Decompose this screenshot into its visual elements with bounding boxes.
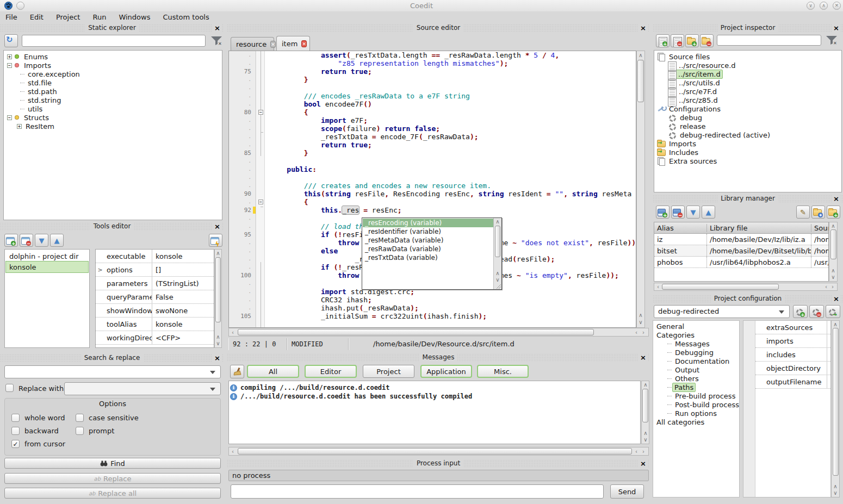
property-row[interactable]: includes(TStringList) xyxy=(755,348,830,362)
list-item[interactable]: konsole xyxy=(6,262,88,272)
code-line[interactable]: { xyxy=(265,108,636,116)
table-row[interactable]: phobos/usr/lib64/libphobos2.a/usr/lib64 xyxy=(654,257,828,268)
library-vscrollbar[interactable]: ∧∧∨ xyxy=(829,222,838,282)
close-panel-icon[interactable]: × xyxy=(639,353,648,362)
property-value[interactable]: False xyxy=(152,293,173,301)
add-folder-button[interactable]: + xyxy=(685,34,699,47)
remove-folder-button[interactable]: − xyxy=(700,34,714,47)
symbol-filter-input[interactable] xyxy=(22,35,206,47)
property-value[interactable]: <CPN> xyxy=(827,378,830,386)
backward-checkbox[interactable]: backward xyxy=(11,427,59,435)
property-value[interactable]: swoNone xyxy=(152,307,188,315)
tree-item[interactable]: All categories xyxy=(653,418,739,426)
tree-item[interactable]: General xyxy=(653,322,739,331)
tree-item[interactable]: Post-build process xyxy=(653,400,739,409)
minimize-button[interactable]: ∨ xyxy=(807,2,815,10)
completion-popup[interactable]: _resEncoding (variable)_resIdentifier (v… xyxy=(362,217,502,290)
library-from-folder-button[interactable]: ✦ xyxy=(811,206,825,219)
code-line[interactable]: _resTxtData = encode_7F(_resRawData); xyxy=(265,133,636,141)
list-item[interactable]: dolphin - project dir xyxy=(6,251,88,262)
messages-list[interactable]: icompiling /.../build/resource.d.coediti… xyxy=(228,381,641,444)
add-source-button[interactable]: + xyxy=(656,34,670,47)
tree-item[interactable]: Pre-build process xyxy=(653,391,739,400)
tree-item[interactable]: Categories xyxy=(653,331,739,339)
whole-word-checkbox[interactable]: whole word xyxy=(11,414,65,422)
editor-hscrollbar[interactable]: ‹‹› xyxy=(228,328,649,337)
move-tool-down-button[interactable]: ▼ xyxy=(35,234,48,247)
replace-all-button[interactable]: abReplace all xyxy=(4,488,221,499)
remove-tool-button[interactable]: − xyxy=(20,234,33,247)
menu-run[interactable]: Run xyxy=(90,13,108,21)
property-value[interactable]: <CFP> xyxy=(152,334,181,342)
code-line[interactable]: bool encodee7F() xyxy=(265,100,636,108)
tree-item[interactable]: std.string xyxy=(4,96,222,104)
close-button[interactable]: ✕ xyxy=(833,2,841,10)
remove-configuration-button[interactable]: − xyxy=(809,305,824,318)
code-line[interactable]: this(string resFile, ResEncoding resEnc,… xyxy=(265,190,636,198)
tree-item[interactable]: debug-redirected (active) xyxy=(654,130,841,139)
remove-source-button[interactable]: − xyxy=(671,34,684,47)
edit-library-button[interactable]: ✎ xyxy=(796,206,810,219)
configuration-grid-scrollbar[interactable]: ∧∧∨ xyxy=(831,320,840,497)
property-value[interactable]: (TStringList) xyxy=(827,337,830,345)
property-value[interactable]: (TStringList) xyxy=(152,279,199,288)
tree-item[interactable]: ../src/resource.d xyxy=(654,61,841,70)
property-row[interactable]: queryParametersFalse xyxy=(96,290,214,304)
property-row[interactable]: outputFilename<CPN> xyxy=(755,375,830,389)
code-line[interactable]: "z85 representation length mismatches"); xyxy=(265,59,636,67)
move-library-up-button[interactable]: ▲ xyxy=(702,206,715,219)
tree-item[interactable]: Others xyxy=(653,374,739,383)
property-value[interactable]: (TStringList) xyxy=(827,351,830,359)
prompt-checkbox[interactable]: prompt xyxy=(76,427,114,435)
filter-icon[interactable]: ✕ xyxy=(826,35,838,45)
close-panel-icon[interactable]: × xyxy=(639,24,648,32)
code-line[interactable]: ihash.put(_resRawData); xyxy=(265,304,636,312)
case-sensitive-checkbox[interactable]: case sensitive xyxy=(76,414,139,422)
code-line[interactable]: import e7F; xyxy=(265,116,636,125)
clear-messages-button[interactable] xyxy=(230,365,244,378)
property-row[interactable]: extraSources(TStringList) xyxy=(755,321,830,334)
menu-custom-tools[interactable]: Custom tools xyxy=(160,13,211,21)
close-panel-icon[interactable]: × xyxy=(832,195,841,203)
completion-item[interactable]: _resRawData (variable) xyxy=(363,245,493,253)
from-cursor-checkbox[interactable]: ✓from cursor xyxy=(11,440,65,448)
code-line[interactable]: } xyxy=(265,149,636,157)
property-row[interactable]: parameters(TStringList) xyxy=(96,277,214,290)
completion-item[interactable]: _resIdentifier (variable) xyxy=(363,227,493,236)
code-line[interactable]: { xyxy=(265,198,636,206)
tree-item[interactable]: +ResItem xyxy=(4,122,222,130)
clone-configuration-button[interactable] xyxy=(826,305,840,318)
remove-library-button[interactable]: − xyxy=(671,206,685,219)
tree-item[interactable]: Configurations xyxy=(654,104,841,113)
tools-grid-scrollbar[interactable]: ∧∧∨ xyxy=(214,249,222,348)
code-line[interactable]: _initialSum = crc322uint(ihash.finish); xyxy=(265,312,636,320)
property-row[interactable]: imports(TStringList) xyxy=(755,334,830,348)
code-line[interactable]: return true; xyxy=(265,67,636,76)
property-value[interactable]: konsole xyxy=(152,252,183,260)
tree-item[interactable]: Imports xyxy=(654,139,841,148)
property-row[interactable]: objectDirectory xyxy=(755,362,830,375)
editor-fold-margin[interactable]: −− xyxy=(257,51,265,328)
messages-hscrollbar[interactable]: ‹‹› xyxy=(228,447,649,456)
add-tool-button[interactable]: + xyxy=(4,234,18,247)
tree-item[interactable]: +Enums xyxy=(4,52,222,61)
tree-item[interactable]: core.exception xyxy=(4,70,222,78)
tree-item[interactable]: Output xyxy=(653,365,739,374)
completion-item[interactable]: _resMetaData (variable) xyxy=(363,236,493,245)
property-row[interactable]: toolAliaskonsole xyxy=(96,318,214,331)
tree-item[interactable]: ../src/item.d xyxy=(654,70,841,78)
maximize-button[interactable]: ∧ xyxy=(820,2,828,10)
move-library-down-button[interactable]: ▼ xyxy=(686,206,700,219)
property-value[interactable]: [] xyxy=(152,266,161,274)
plus-expander-icon[interactable]: + xyxy=(7,54,12,59)
close-panel-icon[interactable]: × xyxy=(639,459,648,468)
code-line[interactable]: } xyxy=(265,76,636,84)
close-tab-icon[interactable]: ✕ xyxy=(270,41,276,48)
tree-item[interactable]: Extra sources xyxy=(654,157,841,165)
fold-marker-icon[interactable]: − xyxy=(258,110,263,115)
filter-icon[interactable]: ✕ xyxy=(210,36,222,46)
tree-item[interactable]: ../src/utils.d xyxy=(654,78,841,87)
menu-file[interactable]: File xyxy=(3,13,20,21)
replace-checkbox[interactable] xyxy=(5,384,14,394)
code-line[interactable]: this._res = resEnc; xyxy=(265,206,636,214)
